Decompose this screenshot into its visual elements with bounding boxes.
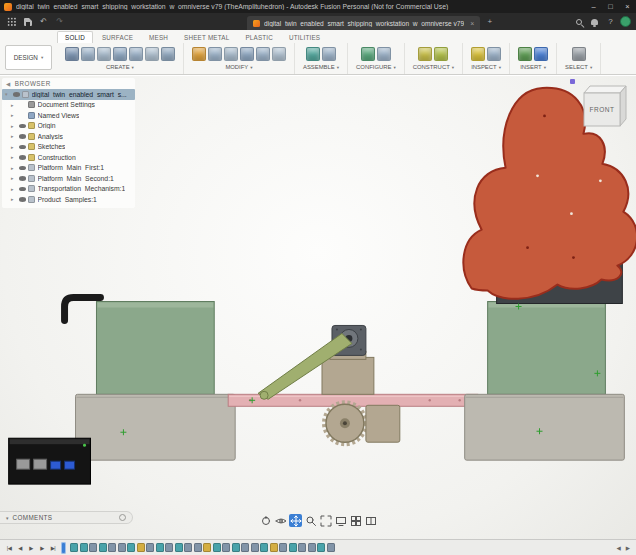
- revolve-icon[interactable]: [129, 47, 143, 61]
- timeline-feature-sketch[interactable]: [260, 543, 268, 552]
- timeline-feature-feature[interactable]: [327, 543, 335, 552]
- timeline-feature-sketch[interactable]: [127, 543, 135, 552]
- extrude-icon[interactable]: [113, 47, 127, 61]
- section-analysis-icon[interactable]: [487, 47, 501, 61]
- expand-arrow-icon[interactable]: ▸: [11, 144, 16, 150]
- expand-arrow-icon[interactable]: ▸: [11, 196, 16, 202]
- timeline-feature-component[interactable]: [270, 543, 278, 552]
- ribbon-group-label[interactable]: INSERT: [520, 64, 542, 70]
- ribbon-tab-solid[interactable]: SOLID: [57, 31, 93, 43]
- collapse-panel-icon[interactable]: ◀: [6, 81, 11, 87]
- visibility-eye-icon[interactable]: [13, 92, 20, 97]
- timeline-feature-feature[interactable]: [241, 543, 249, 552]
- window-close-button[interactable]: ×: [619, 0, 636, 13]
- ribbon-group-label[interactable]: ASSEMBLE: [303, 64, 335, 70]
- visibility-eye-icon[interactable]: [19, 145, 26, 150]
- timeline-feature-sketch[interactable]: [70, 543, 78, 552]
- create-sketch-icon[interactable]: [65, 47, 79, 61]
- motor-bracket[interactable]: [322, 357, 374, 394]
- new-tab-button[interactable]: +: [483, 15, 496, 28]
- timeline-feature-feature[interactable]: [279, 543, 287, 552]
- timeline-feature-component[interactable]: [203, 543, 211, 552]
- timeline-feature-feature[interactable]: [298, 543, 306, 552]
- ribbon-tab-sheet-metal[interactable]: SHEET METAL: [177, 32, 236, 43]
- data-panel-toggle-icon[interactable]: [5, 15, 18, 28]
- browser-item[interactable]: ▸Transportation_Mechanism:1: [2, 184, 135, 195]
- ribbon-group-label[interactable]: CONSTRUCT: [413, 64, 450, 70]
- timeline-feature-feature[interactable]: [308, 543, 316, 552]
- construct-axis-icon[interactable]: [434, 47, 448, 61]
- close-tab-icon[interactable]: ×: [468, 20, 474, 27]
- visibility-eye-icon[interactable]: [19, 134, 26, 139]
- look-at-icon[interactable]: [274, 514, 287, 527]
- timeline-playhead[interactable]: [61, 542, 66, 554]
- left-green-box[interactable]: [96, 302, 214, 395]
- play-button[interactable]: ▶: [26, 542, 36, 553]
- expand-arrow-icon[interactable]: ▸: [11, 165, 16, 171]
- timeline-feature-sketch[interactable]: [213, 543, 221, 552]
- comments-bar[interactable]: ▾ COMMENTS: [0, 511, 133, 524]
- visibility-eye-icon[interactable]: [19, 176, 26, 181]
- step-back-button[interactable]: ◀: [15, 542, 25, 553]
- timeline-feature-sketch[interactable]: [317, 543, 325, 552]
- browser-item[interactable]: ▸Platform_Main_Second:1: [2, 173, 135, 184]
- ribbon-group-label[interactable]: CREATE: [106, 64, 129, 70]
- save-icon[interactable]: [21, 15, 34, 28]
- timeline-feature-sketch[interactable]: [289, 543, 297, 552]
- notifications-bell-icon[interactable]: [588, 15, 601, 28]
- combine-icon[interactable]: [240, 47, 254, 61]
- insert-derive-icon[interactable]: [518, 47, 532, 61]
- ribbon-tab-utilities[interactable]: UTILITIES: [282, 32, 327, 43]
- browser-item[interactable]: ▸Document Settings: [2, 100, 135, 111]
- browser-item[interactable]: ▸Construction: [2, 152, 135, 163]
- expand-arrow-icon[interactable]: ▸: [11, 175, 16, 181]
- user-avatar[interactable]: [620, 16, 631, 27]
- window-minimize-button[interactable]: –: [585, 0, 602, 13]
- grid-settings-icon[interactable]: [349, 514, 362, 527]
- ribbon-tab-mesh[interactable]: MESH: [142, 32, 175, 43]
- timeline-feature-feature[interactable]: [108, 543, 116, 552]
- split-body-icon[interactable]: [272, 47, 286, 61]
- gearbox-housing[interactable]: [366, 405, 400, 442]
- ribbon-group-label[interactable]: MODIFY: [225, 64, 248, 70]
- cylinder-icon[interactable]: [97, 47, 111, 61]
- shell-icon[interactable]: [224, 47, 238, 61]
- timeline-feature-sketch[interactable]: [99, 543, 107, 552]
- ribbon-group-label[interactable]: CONFIGURE: [356, 64, 391, 70]
- joint-icon[interactable]: [322, 47, 336, 61]
- timeline-feature-feature[interactable]: [194, 543, 202, 552]
- timeline-feature-feature[interactable]: [251, 543, 259, 552]
- measure-icon[interactable]: [471, 47, 485, 61]
- timeline-scroll-back[interactable]: ◀: [615, 545, 623, 551]
- timeline-feature-feature[interactable]: [222, 543, 230, 552]
- orbit-icon[interactable]: [259, 514, 272, 527]
- timeline-feature-component[interactable]: [137, 543, 145, 552]
- go-to-start-button[interactable]: |◀: [4, 542, 14, 553]
- select-icon[interactable]: [572, 47, 586, 61]
- visibility-eye-icon[interactable]: [19, 187, 26, 192]
- help-icon[interactable]: ?: [604, 15, 617, 28]
- ribbon-tab-plastic[interactable]: PLASTIC: [238, 32, 280, 43]
- loft-icon[interactable]: [161, 47, 175, 61]
- viewcube-side-face[interactable]: [620, 86, 626, 126]
- browser-item[interactable]: ▸Analysis: [2, 131, 135, 142]
- visibility-eye-icon[interactable]: [19, 155, 26, 160]
- offset-face-icon[interactable]: [256, 47, 270, 61]
- ribbon-tab-surface[interactable]: SURFACE: [95, 32, 140, 43]
- timeline-feature-feature[interactable]: [165, 543, 173, 552]
- document-tab[interactable]: digital_twin_enabled_smart_shipping_work…: [247, 16, 480, 30]
- expand-arrow-icon[interactable]: ▸: [11, 112, 16, 118]
- right-base-cylinder[interactable]: [465, 394, 625, 460]
- press-pull-icon[interactable]: [192, 47, 206, 61]
- browser-item[interactable]: ▸Platform_Main_First:1: [2, 163, 135, 174]
- sweep-icon[interactable]: [145, 47, 159, 61]
- timeline-scroll-forward[interactable]: ▶: [624, 545, 632, 551]
- undo-icon[interactable]: ↶: [37, 15, 50, 28]
- viewcube-top-face[interactable]: [584, 86, 626, 93]
- ribbon-group-label[interactable]: SELECT: [565, 64, 588, 70]
- go-to-end-button[interactable]: ▶|: [48, 542, 58, 553]
- browser-item[interactable]: ▸Origin: [2, 121, 135, 132]
- expand-arrow-icon[interactable]: ▸: [11, 186, 16, 192]
- browser-item[interactable]: ▸Named Views: [2, 110, 135, 121]
- timeline-feature-sketch[interactable]: [232, 543, 240, 552]
